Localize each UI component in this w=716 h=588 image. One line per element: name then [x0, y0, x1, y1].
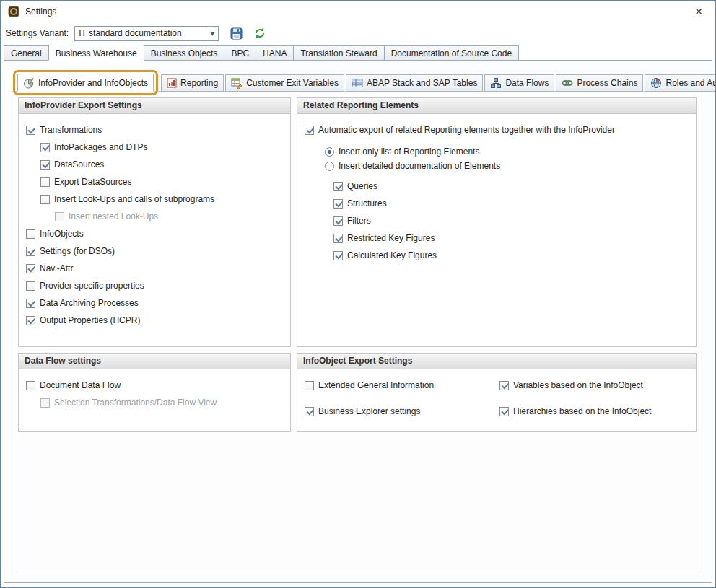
business-warehouse-panel: InfoProvider and InfoObjects Reporting C… [4, 60, 712, 583]
checkbox [55, 212, 64, 221]
checkbox-label: Extended General Information [318, 380, 434, 390]
checkbox-label: Restricted Key Figures [347, 233, 435, 243]
checkbox-structures[interactable]: Structures [297, 195, 696, 212]
checkbox[interactable] [305, 126, 314, 135]
group-infoobject-export-settings: InfoObject Export Settings Extended Gene… [297, 353, 697, 432]
checkbox-label: Insert nested Look-Ups [69, 211, 158, 221]
subtab-reporting[interactable]: Reporting [161, 74, 224, 92]
checkbox[interactable] [40, 160, 50, 170]
checkbox [40, 398, 50, 408]
checkbox-label: Calculated Key Figures [347, 250, 437, 260]
checkbox-filters[interactable]: Filters [297, 212, 696, 229]
subtab-infoprovider-and-infoobjects[interactable]: InfoProvider and InfoObjects [17, 74, 154, 92]
checkbox-label: Document Data Flow [40, 380, 121, 390]
checkbox[interactable] [26, 126, 35, 135]
checkbox[interactable] [26, 299, 35, 308]
checkbox-document-data-flow[interactable]: Document Data Flow [19, 377, 290, 394]
checkbox-output-properties-hcpr[interactable]: Output Properties (HCPR) [19, 312, 290, 329]
checkbox[interactable] [40, 143, 50, 152]
variant-label: Settings Variant: [6, 28, 69, 38]
checkbox[interactable] [333, 251, 343, 260]
subtab-customer-exit-variables[interactable]: Customer Exit Variables [225, 74, 344, 92]
checkbox-provider-specific-properties[interactable]: Provider specific properties [19, 277, 290, 294]
checkbox-nav-attr[interactable]: Nav.-Attr. [19, 260, 290, 277]
checkbox[interactable] [40, 195, 50, 204]
chain-links-icon [562, 77, 573, 89]
checkbox[interactable] [333, 234, 343, 243]
checkbox-datasources[interactable]: DataSources [19, 156, 290, 173]
checkbox[interactable] [40, 177, 50, 187]
tab-general[interactable]: General [4, 45, 49, 61]
close-icon[interactable]: ✕ [689, 4, 708, 19]
tab-bpc[interactable]: BPC [224, 45, 256, 61]
checkbox[interactable] [26, 281, 35, 291]
group-title: Related Reporting Elements [297, 98, 696, 114]
checkbox[interactable] [26, 247, 35, 256]
checkbox[interactable] [333, 216, 343, 226]
checkbox[interactable] [305, 381, 314, 390]
checkbox[interactable] [499, 407, 509, 416]
variant-row: Settings Variant: IT standard documentat… [1, 22, 715, 44]
tab-translation-steward[interactable]: Translation Steward [293, 45, 384, 61]
refresh-icon[interactable] [254, 27, 266, 39]
checkbox[interactable] [333, 182, 343, 191]
group-title: Data Flow settings [19, 354, 290, 369]
table-grid-icon [352, 77, 363, 89]
checkbox-export-datasources[interactable]: Export DataSources [19, 173, 290, 190]
checkbox-infoobjects[interactable]: InfoObjects [19, 225, 290, 242]
checkbox-hierarchies-based-on-infoobject[interactable]: Hierarchies based on the InfoObject [492, 403, 651, 420]
checkbox-infopackages-and-dtps[interactable]: InfoPackages and DTPs [19, 139, 290, 156]
tab-business-warehouse[interactable]: Business Warehouse [48, 45, 144, 61]
chevron-down-icon[interactable]: ▾ [206, 27, 218, 40]
checkbox[interactable] [499, 381, 509, 390]
group-title: InfoObject Export Settings [297, 354, 696, 369]
checkbox-insert-nested-lookups: Insert nested Look-Ups [19, 208, 290, 225]
checkbox-restricted-key-figures[interactable]: Restricted Key Figures [297, 229, 696, 247]
radio-button[interactable] [325, 147, 334, 157]
radio-insert-only-list[interactable]: Insert only list of Reporting Elements [297, 144, 696, 159]
settings-window: Settings ✕ Settings Variant: IT standard… [0, 0, 716, 588]
checkbox[interactable] [26, 229, 35, 239]
checkbox-transformations[interactable]: Transformations [19, 121, 290, 139]
variant-combobox[interactable]: IT standard documentation ▾ [74, 26, 219, 41]
subtab-data-flows[interactable]: Data Flows [484, 74, 554, 92]
radio-insert-detailed-documentation[interactable]: Insert detailed documentation of Element… [297, 159, 696, 173]
save-icon[interactable] [230, 27, 243, 40]
title-bar: Settings ✕ [1, 1, 715, 22]
tab-business-objects[interactable]: Business Objects [144, 45, 225, 61]
checkbox-automatic-export-related-elements[interactable]: Automatic export of related Reporting el… [297, 121, 696, 139]
checkbox-selection-transformations-data-flow-view: Selection Transformations/Data Flow View [19, 394, 290, 411]
checkbox-queries[interactable]: Queries [297, 177, 696, 195]
subtab-label: ABAP Stack and SAP Tables [367, 78, 477, 88]
checkbox-extended-general-information[interactable]: Extended General Information [297, 377, 434, 394]
checkbox-label: Export DataSources [54, 177, 131, 187]
checkbox[interactable] [305, 407, 314, 416]
sub-tab-strip: InfoProvider and InfoObjects Reporting C… [13, 74, 716, 92]
variant-value: IT standard documentation [75, 28, 206, 38]
checkbox[interactable] [333, 199, 343, 209]
checkbox-label: InfoObjects [40, 229, 84, 239]
checkbox-label: Business Explorer settings [318, 406, 420, 416]
subtab-label: Process Chains [577, 78, 637, 88]
tab-hana[interactable]: HANA [256, 45, 294, 61]
checkbox-label: DataSources [54, 159, 104, 170]
subtab-process-chains[interactable]: Process Chains [556, 74, 643, 92]
checkbox-business-explorer-settings[interactable]: Business Explorer settings [297, 403, 434, 420]
checkbox[interactable] [26, 381, 35, 390]
highlight-annotation: InfoProvider and InfoObjects [13, 70, 158, 95]
tab-documentation-of-source-code[interactable]: Documentation of Source Code [384, 45, 519, 61]
subtab-roles-and-authorizations[interactable]: Roles and Authorizations [645, 74, 716, 92]
checkbox-insert-lookups[interactable]: Insert Look-Ups and calls of subprograms [19, 190, 290, 208]
checkbox-variables-based-on-infoobject[interactable]: Variables based on the InfoObject [492, 377, 651, 394]
checkbox-data-archiving-processes[interactable]: Data Archiving Processes [19, 294, 290, 312]
checkbox[interactable] [26, 264, 35, 273]
infoprovider-settings-panel: InfoProvider Export Settings Transformat… [12, 91, 704, 576]
app-icon [8, 6, 19, 17]
group-infoprovider-export-settings: InfoProvider Export Settings Transformat… [18, 97, 291, 347]
radio-label: Insert detailed documentation of Element… [339, 161, 500, 171]
checkbox-settings-for-dsos[interactable]: Settings (for DSOs) [19, 242, 290, 260]
radio-button[interactable] [325, 162, 334, 171]
subtab-abap-stack-and-sap-tables[interactable]: ABAP Stack and SAP Tables [346, 74, 483, 92]
checkbox[interactable] [26, 316, 35, 325]
checkbox-calculated-key-figures[interactable]: Calculated Key Figures [297, 247, 696, 264]
